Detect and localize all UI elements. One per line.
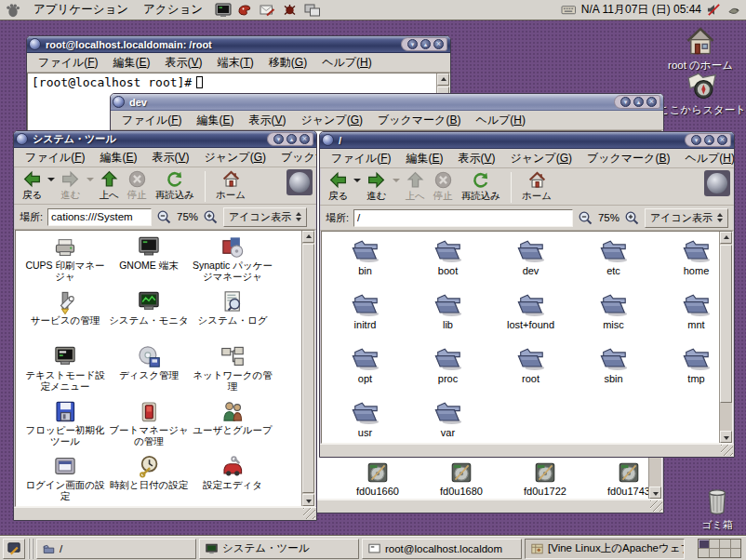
home-button[interactable]: ホーム	[519, 170, 554, 203]
panel-menu[interactable]: アクション	[136, 0, 210, 20]
menu-item[interactable]: 移動(G)	[261, 53, 314, 73]
desktop-icon-root-home[interactable]: root のホーム	[662, 24, 739, 73]
close-button[interactable]	[300, 134, 310, 144]
close-button[interactable]	[433, 39, 444, 49]
resize-grip[interactable]	[650, 500, 662, 512]
panel-clock[interactable]: N/A 11月07日 (日) 05:44	[581, 2, 701, 18]
up-button[interactable]: 上へ	[97, 169, 122, 202]
reload-button[interactable]: 再読込み	[459, 170, 503, 203]
app-item[interactable]: ブートマネージャの管理	[107, 399, 191, 454]
root-titlebar[interactable]: /	[320, 132, 734, 149]
minimize-button[interactable]	[273, 134, 284, 144]
terminal-titlebar[interactable]: root@localhost.localdomain: /root	[27, 36, 450, 53]
file-item[interactable]: fd0u1722	[503, 460, 587, 498]
folder-item[interactable]: sbin	[572, 345, 655, 399]
scroll-up-button[interactable]	[302, 231, 314, 243]
app-item[interactable]: フロッピー初期化ツール	[23, 399, 107, 454]
menu-item[interactable]: ファイル(F)	[114, 111, 189, 130]
app-item[interactable]: システム・モニタ	[107, 289, 191, 344]
zoom-in-icon[interactable]	[203, 209, 219, 225]
app-item[interactable]: ディスク管理	[107, 344, 191, 399]
menu-item[interactable]: ジャンプ(G)	[294, 111, 370, 130]
folder-item[interactable]: bin	[324, 237, 406, 291]
back-history-caret[interactable]	[47, 178, 55, 185]
app-item[interactable]: システム・ログ	[191, 289, 274, 344]
scroll-down-button[interactable]	[302, 494, 314, 506]
tools-scrollbar[interactable]	[301, 231, 314, 506]
menu-item[interactable]: ジャンプ(G)	[503, 149, 579, 168]
desktop-icon-trash[interactable]: ゴミ箱	[692, 484, 742, 532]
workspace-cell[interactable]	[720, 549, 730, 557]
menu-item[interactable]: 表示(V)	[241, 111, 293, 130]
app-item[interactable]: 時刻と日付の設定	[107, 454, 191, 507]
forward-history-caret[interactable]	[393, 179, 400, 186]
zoom-in-icon[interactable]	[624, 210, 640, 226]
scrollbar-thumb[interactable]	[302, 244, 314, 493]
desktop-icon-start-here[interactable]: ここからスタート	[660, 69, 744, 117]
tools-icon-view[interactable]: CUPS 印刷マネージャ GNOME 端末 Synaptic パッケージマネージ…	[15, 230, 315, 507]
app-item[interactable]: ユーザとグループ	[191, 399, 274, 454]
bug-launcher-icon[interactable]	[281, 2, 300, 19]
folder-item[interactable]: boot	[406, 237, 489, 291]
minimize-button[interactable]	[407, 39, 418, 49]
menu-item[interactable]: 編集(E)	[92, 148, 144, 167]
folder-item[interactable]: var	[406, 399, 489, 444]
workspace-cell[interactable]	[710, 540, 720, 548]
app-item[interactable]: テキストモード設定メニュー	[23, 344, 107, 399]
folder-item[interactable]: opt	[324, 345, 406, 399]
app-item[interactable]: CUPS 印刷マネージャ	[23, 234, 107, 289]
terminal-launcher-icon[interactable]	[214, 2, 233, 19]
home-button[interactable]: ホーム	[213, 169, 248, 202]
menu-item[interactable]: ファイル(F)	[31, 53, 105, 73]
task-button[interactable]: [Vine Linux上のApacheウェブサー.	[525, 539, 685, 559]
volume-muted-icon[interactable]	[706, 3, 722, 17]
show-desktop-button[interactable]	[3, 539, 25, 559]
menu-item[interactable]: ファイル(F)	[18, 148, 92, 167]
input-method-indicator-icon[interactable]	[561, 3, 577, 17]
scroll-down-button[interactable]	[720, 431, 732, 443]
root-file-view[interactable]: bin boot dev etc	[321, 231, 733, 444]
menu-item[interactable]: 編集(E)	[398, 149, 450, 168]
zoom-out-icon[interactable]	[578, 210, 593, 226]
maximize-button[interactable]	[704, 135, 714, 145]
menu-item[interactable]: ブックマーク(B)	[579, 149, 677, 168]
file-item[interactable]: fd0u1680	[420, 460, 503, 498]
reload-button[interactable]: 再読込み	[153, 169, 197, 202]
root-scrollbar[interactable]	[719, 232, 732, 443]
menu-item[interactable]: ブックマーク(B)	[273, 148, 316, 167]
folder-item[interactable]: lost+found	[489, 291, 572, 345]
menu-item[interactable]: ブックマーク(B)	[370, 111, 468, 130]
close-button[interactable]	[646, 97, 657, 107]
panel-menu[interactable]: アプリケーション	[26, 0, 136, 20]
app-item[interactable]: GNOME 端末	[107, 234, 191, 289]
dev-titlebar[interactable]: dev	[111, 94, 663, 111]
menu-item[interactable]: ヘルプ(H)	[468, 111, 533, 130]
task-button[interactable]: /	[36, 539, 196, 559]
menu-item[interactable]: 編集(E)	[189, 111, 241, 130]
folder-item[interactable]: misc	[572, 291, 655, 345]
resize-grip[interactable]	[721, 445, 733, 456]
gnome-main-menu-icon[interactable]	[4, 2, 22, 19]
close-button[interactable]	[717, 135, 727, 145]
app-item[interactable]: ネットワークの管理	[191, 344, 274, 399]
mail-launcher-icon[interactable]	[259, 2, 277, 19]
menu-item[interactable]: ファイル(F)	[324, 149, 398, 168]
menu-item[interactable]: ヘルプ(H)	[677, 149, 734, 168]
minimize-button[interactable]	[691, 135, 701, 145]
tray-applet-icon[interactable]	[726, 3, 742, 17]
app-item[interactable]: 設定エディタ	[191, 454, 274, 507]
workspace-cell[interactable]	[731, 540, 741, 548]
zoom-out-icon[interactable]	[156, 209, 172, 225]
folder-item[interactable]: proc	[406, 345, 489, 399]
location-input[interactable]	[353, 209, 573, 227]
app-item[interactable]: ログイン画面の設定	[23, 454, 107, 507]
workspace-cell[interactable]	[699, 549, 709, 557]
scrollbar-thumb[interactable]	[720, 245, 732, 403]
workspace-cell[interactable]	[710, 549, 720, 557]
workspace-cell[interactable]	[699, 540, 709, 548]
app-item[interactable]: サービスの管理	[23, 289, 107, 344]
workspace-cell[interactable]	[731, 549, 741, 557]
tasklist-handle[interactable]	[28, 539, 33, 559]
folder-item[interactable]: dev	[489, 237, 572, 291]
view-mode-select[interactable]: アイコン表示	[223, 207, 307, 227]
